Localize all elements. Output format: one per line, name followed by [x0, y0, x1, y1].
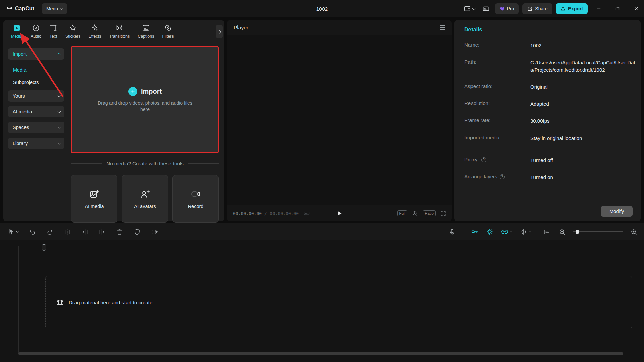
mask-icon[interactable]	[133, 228, 141, 236]
capcut-logo-icon	[6, 5, 13, 12]
sidebar-item-label: AI media	[13, 109, 32, 114]
tab-captions[interactable]: Captions	[135, 23, 157, 39]
frame-view-icon[interactable]	[303, 210, 310, 217]
sidebar-item-library[interactable]: Library	[8, 138, 64, 149]
share-button[interactable]: Share	[522, 3, 552, 14]
detail-value: C:/Users/user/AppData/Local/CapCut/User …	[530, 59, 638, 74]
delete-left-icon[interactable]	[81, 228, 89, 236]
tab-label: Text	[50, 34, 57, 39]
chevron-up-icon	[58, 52, 61, 56]
voiceover-button[interactable]	[448, 228, 456, 236]
detail-value: 30.00fps	[530, 117, 638, 125]
minimize-button[interactable]	[591, 0, 606, 17]
import-dropzone[interactable]: + Import Drag and drop videos, photos, a…	[71, 46, 219, 153]
divider-text: No media? Create with these tools	[106, 161, 183, 166]
main-track-magnet-icon[interactable]	[470, 227, 479, 236]
auto-snap-icon[interactable]	[485, 227, 494, 236]
ai-media-card[interactable]: AI media	[71, 175, 117, 223]
capcut-logo: CapCut	[6, 5, 34, 12]
cursor-icon	[8, 228, 15, 235]
capcut-window: CapCut Menu 1002	[0, 0, 644, 362]
close-button[interactable]	[629, 0, 644, 17]
preview-axis-button[interactable]	[519, 227, 532, 236]
export-icon	[560, 6, 566, 11]
preview-axis-icon	[520, 228, 527, 236]
tab-filters[interactable]: Filters	[159, 23, 177, 39]
playhead-marker[interactable]	[42, 244, 46, 251]
tab-effects[interactable]: Effects	[85, 23, 104, 39]
tab-label: Audio	[31, 34, 41, 39]
app-name: CapCut	[15, 6, 34, 12]
tab-text[interactable]: Text	[46, 23, 60, 39]
player-viewport[interactable]	[227, 35, 452, 205]
ratio-toggle[interactable]: Ratio	[423, 210, 436, 216]
sidebar-item-media[interactable]: Media	[8, 64, 64, 76]
fullscreen-icon[interactable]	[440, 210, 446, 217]
tabs-scroll-next-button[interactable]	[216, 25, 223, 38]
effects-icon	[91, 23, 99, 32]
zoom-fit-icon[interactable]	[412, 210, 418, 217]
detail-label: Proxy:	[464, 157, 479, 162]
sidebar-item-subprojects[interactable]: Subprojects	[8, 76, 64, 88]
sidebar-item-import[interactable]: Import	[8, 48, 64, 60]
play-button[interactable]	[336, 210, 343, 217]
timeline-zoom-slider[interactable]	[573, 231, 623, 232]
slider-thumb[interactable]	[576, 230, 579, 234]
sidebar-item-spaces[interactable]: Spaces	[8, 122, 64, 133]
detail-row-frame-rate: Frame rate: 30.00fps	[464, 117, 641, 125]
toolbar-right	[448, 223, 638, 240]
maximize-button[interactable]	[610, 0, 625, 17]
split-icon[interactable]	[63, 228, 71, 236]
record-card[interactable]: Record	[172, 175, 219, 223]
detail-row-name: Name: 1002	[464, 42, 641, 49]
player-panel: Player 00:00:00:00 / 00:00:00:00 Full	[227, 20, 452, 221]
media-sidebar: Import Media Subprojects Yours AI media …	[3, 44, 69, 221]
delete-icon[interactable]	[115, 228, 124, 236]
ai-avatars-icon	[140, 189, 150, 199]
info-icon[interactable]: ?	[500, 174, 505, 179]
ai-avatars-card[interactable]: AI avatars	[122, 175, 168, 223]
tab-audio[interactable]: Audio	[28, 23, 44, 39]
player-header: Player	[227, 20, 452, 35]
shortcuts-icon[interactable]	[543, 227, 552, 237]
player-controls-right: Full Ratio	[397, 210, 446, 217]
select-tool-button[interactable]	[7, 228, 19, 236]
timeline-dropzone[interactable]: Drag material here and start to create	[45, 276, 632, 328]
full-toggle[interactable]: Full	[397, 210, 408, 216]
linkage-button[interactable]	[500, 227, 513, 236]
tools-divider: No media? Create with these tools	[71, 161, 219, 166]
export-button[interactable]: Export	[556, 3, 588, 14]
sidebar-item-ai-media[interactable]: AI media	[8, 106, 64, 117]
info-icon[interactable]: ?	[481, 157, 486, 162]
import-header: + Import	[128, 87, 162, 96]
chevron-right-icon	[218, 30, 221, 33]
create-group-icon[interactable]	[150, 228, 159, 236]
details-panel: Details Name: 1002 Path: C:/Users/user/A…	[454, 20, 641, 221]
chevron-down-icon	[16, 230, 19, 232]
player-menu-icon[interactable]	[440, 25, 445, 30]
tab-media[interactable]: Media	[8, 23, 26, 39]
link-icon	[501, 228, 508, 236]
modify-button[interactable]: Modify	[601, 206, 633, 217]
layout-button[interactable]	[462, 3, 477, 14]
sidebar-item-yours[interactable]: Yours	[8, 90, 64, 102]
detail-label: Frame rate:	[464, 117, 491, 123]
tab-stickers[interactable]: Stickers	[62, 23, 83, 39]
filters-icon	[164, 23, 172, 32]
undo-button[interactable]	[28, 228, 37, 236]
timeline-empty-text: Drag material here and start to create	[69, 300, 152, 305]
pro-heart-icon	[500, 6, 505, 11]
notes-button[interactable]	[480, 3, 492, 14]
tab-label: Captions	[138, 34, 154, 39]
player-title: Player	[234, 24, 248, 31]
horizontal-scrollbar[interactable]	[18, 352, 623, 355]
chevron-down-icon	[58, 141, 61, 145]
menu-button[interactable]: Menu	[42, 3, 67, 14]
tab-transitions[interactable]: Transitions	[106, 23, 133, 39]
redo-button[interactable]	[46, 228, 54, 236]
zoom-out-icon[interactable]	[558, 228, 566, 236]
pro-button[interactable]: Pro	[495, 3, 519, 14]
detail-label: Arrange layers	[464, 174, 497, 179]
delete-right-icon[interactable]	[98, 228, 106, 236]
zoom-in-icon[interactable]	[630, 228, 638, 236]
